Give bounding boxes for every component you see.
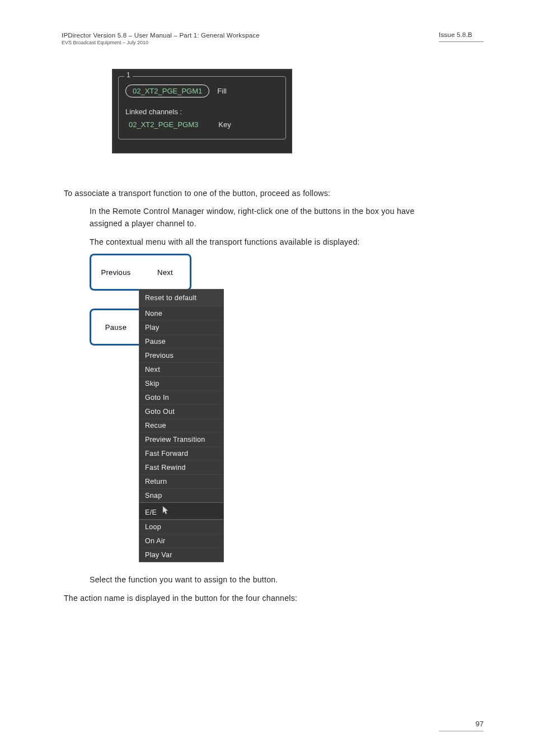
menu-stack: Next Reset to defaultNonePlayPausePrevio… — [140, 254, 224, 562]
previous-button-label: Previous — [101, 268, 131, 277]
context-menu-item[interactable]: E/E — [139, 502, 223, 520]
header-subtitle: EVS Broadcast Equipment – July 2010 — [62, 40, 260, 46]
context-menu-item-label: Previous — [145, 352, 174, 360]
context-menu-item-label: Recue — [145, 422, 166, 430]
context-menu-item[interactable]: On Air — [139, 534, 223, 548]
context-menu-item[interactable]: Fast Rewind — [139, 460, 223, 474]
context-menu-item[interactable]: Skip — [139, 376, 223, 390]
context-menu-item-label: Snap — [145, 492, 162, 500]
linked-role-label: Key — [218, 120, 231, 129]
context-menu-item[interactable]: Previous — [139, 348, 223, 362]
header-issue: Issue 5.8.B — [439, 31, 484, 38]
previous-button[interactable]: Previous — [90, 254, 140, 291]
button-column-left: Previous Pause — [90, 254, 140, 562]
context-menu-item[interactable]: Pause — [139, 334, 223, 348]
channel-frame: 1 02_XT2_PGE_PGM1 Fill Linked channels :… — [118, 76, 286, 139]
page-header: IPDirector Version 5.8 – User Manual – P… — [62, 31, 484, 46]
header-right-wrap: Issue 5.8.B — [439, 31, 484, 42]
context-menu-item-label: Reset to default — [145, 294, 196, 302]
context-menu-item[interactable]: Goto Out — [139, 404, 223, 418]
page-number: 97 — [476, 720, 484, 728]
channel-main-row: 02_XT2_PGE_PGM1 Fill — [125, 85, 280, 97]
header-left: IPDirector Version 5.8 – User Manual – P… — [62, 31, 260, 46]
footer-rule — [439, 731, 484, 731]
header-rule — [439, 41, 484, 42]
context-menu-item-label: Play Var — [145, 551, 172, 559]
context-menu-item[interactable]: Next — [139, 362, 223, 376]
next-button[interactable]: Next — [140, 254, 191, 291]
next-button-label: Next — [157, 268, 173, 277]
context-menu-item-label: Return — [145, 478, 167, 486]
context-menu-item-label: Play — [145, 324, 160, 332]
context-menu-item[interactable]: None — [139, 306, 223, 320]
context-menu-item-label: Skip — [145, 380, 160, 388]
context-menu-item[interactable]: Play — [139, 320, 223, 334]
linked-channel-row: 02_XT2_PGE_PGM3 Key — [125, 120, 280, 129]
main-channel-pill[interactable]: 02_XT2_PGE_PGM1 — [125, 85, 209, 97]
step1-paragraph: In the Remote Control Manager window, ri… — [90, 205, 448, 230]
result-paragraph: The action name is displayed in the butt… — [64, 592, 484, 604]
context-menu-item-label: Goto In — [145, 394, 169, 402]
context-menu-item-label: Preview Transition — [145, 436, 205, 444]
step1b-paragraph: The contextual menu with all the transpo… — [90, 236, 448, 248]
header-title: IPDirector Version 5.8 – User Manual – P… — [62, 31, 260, 40]
step2-paragraph: Select the function you want to assign t… — [90, 573, 448, 586]
main-role-label: Fill — [217, 87, 227, 95]
linked-channel-name: 02_XT2_PGE_PGM3 — [129, 120, 198, 129]
context-menu-item[interactable]: Preview Transition — [139, 432, 223, 446]
channel-frame-label: 1 — [124, 71, 133, 79]
context-menu-figure: Previous Pause Next Reset to defaultNone… — [90, 254, 484, 562]
body-text: To associate a transport function to one… — [64, 187, 484, 604]
menu-top-row: Next — [140, 254, 224, 291]
context-menu-item[interactable]: Snap — [139, 488, 223, 502]
channel-panel: 1 02_XT2_PGE_PGM1 Fill Linked channels :… — [112, 69, 292, 153]
context-menu-item[interactable]: Reset to default — [139, 290, 223, 306]
linked-channels-label: Linked channels : — [125, 108, 280, 116]
context-menu-item[interactable]: Fast Forward — [139, 446, 223, 460]
context-menu-item-label: Goto Out — [145, 408, 175, 416]
context-menu-item-label: Fast Forward — [145, 450, 188, 458]
context-menu-item[interactable]: Goto In — [139, 390, 223, 404]
cursor-icon — [162, 506, 170, 516]
context-menu-item[interactable]: Play Var — [139, 548, 223, 562]
context-menu-item-label: Next — [145, 366, 160, 374]
pause-button-label: Pause — [105, 323, 127, 332]
context-menu-item-label: Pause — [145, 338, 166, 346]
context-menu-item-label: None — [145, 310, 162, 318]
intro-paragraph: To associate a transport function to one… — [64, 187, 484, 199]
context-menu-item-label: Loop — [145, 523, 161, 531]
pause-button[interactable]: Pause — [90, 309, 140, 346]
context-menu-item[interactable]: Recue — [139, 418, 223, 432]
context-menu-item[interactable]: Return — [139, 474, 223, 488]
context-menu-item[interactable]: Loop — [139, 520, 223, 534]
context-menu-item-label: E/E — [145, 508, 157, 516]
context-menu-item-label: On Air — [145, 537, 166, 545]
context-menu[interactable]: Reset to defaultNonePlayPausePreviousNex… — [139, 289, 224, 562]
context-menu-item-label: Fast Rewind — [145, 464, 186, 472]
